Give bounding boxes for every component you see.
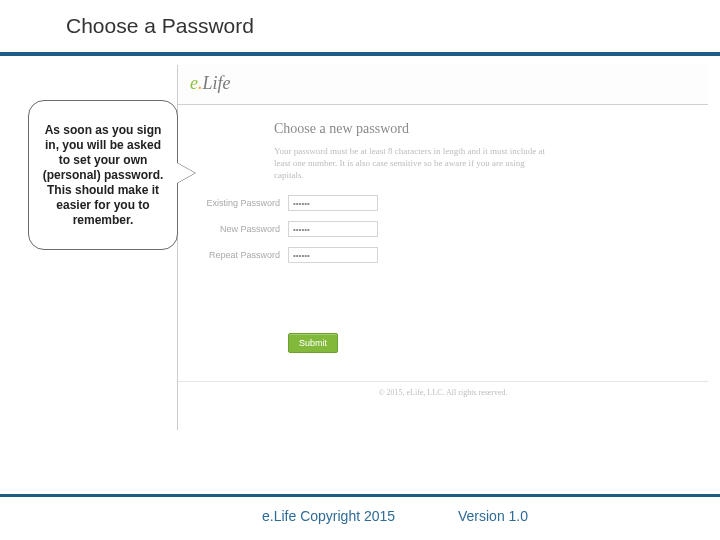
field-existing-password: Existing Password [192, 195, 692, 217]
form-hint: Your password must be at least 8 charact… [274, 145, 554, 181]
input-existing-password[interactable] [288, 195, 378, 211]
elife-logo: e.Life [190, 73, 231, 94]
title-underline [0, 52, 720, 56]
callout-text: As soon as you sign in, you will be aske… [39, 123, 167, 228]
instruction-callout: As soon as you sign in, you will be aske… [28, 100, 178, 250]
form-title: Choose a new password [274, 121, 409, 137]
footer-copyright: e.Life Copyright 2015 [262, 508, 395, 524]
logo-e: e [190, 73, 198, 93]
submit-button[interactable]: Submit [288, 333, 338, 353]
screenshot-footer: © 2015, eLife, LLC. All rights reserved. [178, 381, 708, 397]
input-new-password[interactable] [288, 221, 378, 237]
footer-rule [0, 494, 720, 497]
label-existing-password: Existing Password [160, 198, 280, 208]
input-repeat-password[interactable] [288, 247, 378, 263]
field-repeat-password: Repeat Password [192, 247, 692, 269]
label-repeat-password: Repeat Password [160, 250, 280, 260]
footer-version: Version 1.0 [458, 508, 528, 524]
logo-rest: Life [203, 73, 231, 93]
page-title: Choose a Password [66, 14, 254, 38]
app-screenshot: e.Life Choose a new password Your passwo… [177, 65, 707, 430]
slide-footer: e.Life Copyright 2015 Version 1.0 [0, 494, 720, 540]
field-new-password: New Password [192, 221, 692, 243]
title-bar: Choose a Password [0, 0, 720, 56]
label-new-password: New Password [160, 224, 280, 234]
logo-bar: e.Life [178, 65, 708, 105]
